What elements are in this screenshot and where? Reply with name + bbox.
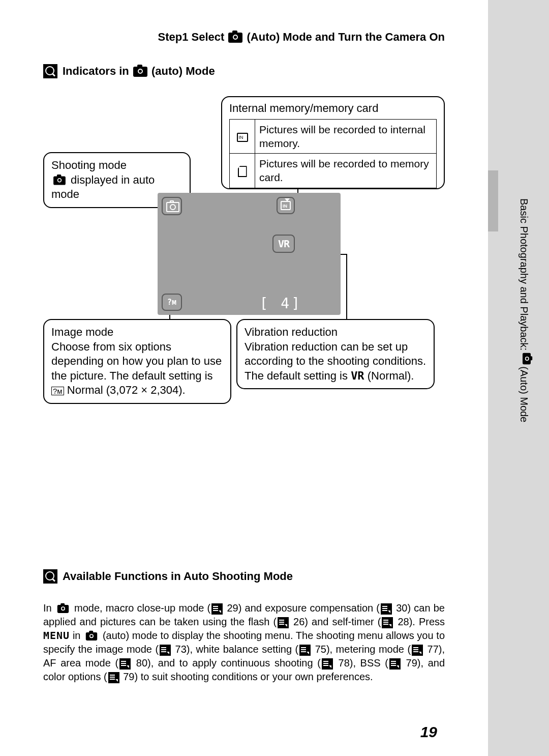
internal-memory-icon — [237, 133, 248, 142]
vibration-title: Vibration reduction — [245, 325, 426, 340]
indicators-diagram: Internal memory/memory card Pictures wil… — [43, 96, 445, 417]
camera-icon — [53, 176, 66, 185]
callout-memory: Internal memory/memory card Pictures wil… — [221, 96, 445, 189]
screen-vr-icon: VR — [272, 235, 295, 253]
camera-icon — [86, 632, 97, 641]
page-ref-icon — [211, 603, 223, 615]
image-mode-body: Choose from six options depending on how… — [51, 340, 222, 397]
screen-image-mode-icon: ?м — [162, 294, 182, 311]
page-ref-icon — [108, 672, 119, 683]
camera-screen: VR ?м [ 4] — [158, 193, 341, 315]
page-ref-icon — [412, 645, 423, 656]
shooting-mode-line2: displayed in auto mode — [51, 173, 155, 201]
magnifier-icon — [43, 64, 57, 78]
page-ref-icon — [381, 603, 392, 615]
page-ref-icon — [322, 658, 333, 670]
camera-icon — [228, 33, 242, 43]
page-ref-icon — [119, 658, 131, 670]
callout-image-mode: Image mode Choose from six options depen… — [43, 319, 231, 404]
camera-icon — [57, 605, 69, 613]
image-mode-title: Image mode — [51, 325, 223, 340]
memory-card-icon — [238, 166, 247, 177]
camera-icon — [523, 353, 531, 364]
screen-camera-icon — [162, 197, 182, 215]
page-ref-icon — [382, 617, 393, 628]
shooting-mode-title: Shooting mode — [51, 158, 182, 173]
callout-memory-title: Internal memory/memory card — [229, 101, 437, 116]
callout-vibration: Vibration reduction Vibration reduction … — [236, 319, 435, 389]
page-ref-icon — [389, 658, 401, 670]
screen-frame-count: [ 4] — [260, 295, 302, 312]
available-functions-body: In mode, macro close-up mode ( 29) and e… — [43, 601, 445, 684]
side-chapter-label: Basic Photography and Playback: (Auto) M… — [518, 198, 535, 483]
menu-text: MENU — [43, 629, 70, 642]
camera-icon — [133, 67, 147, 77]
page-title: Step1 Select (Auto) Mode and Turn the Ca… — [43, 31, 445, 44]
memory-row2-text: Pictures will be recorded to memory card… — [255, 154, 437, 188]
vibration-body: Vibration reduction can be set up accord… — [245, 340, 426, 382]
page-ref-icon — [278, 617, 289, 628]
page-number: 19 — [420, 723, 437, 741]
magnifier-icon — [43, 569, 57, 584]
screen-internal-memory-icon — [277, 197, 295, 214]
memory-row1-text: Pictures will be recorded to internal me… — [255, 119, 437, 154]
page-ref-icon — [160, 645, 171, 656]
section-indicators-title: Indicators in (auto) Mode — [43, 64, 445, 78]
page-ref-icon — [299, 645, 311, 656]
7m-icon: ?м — [51, 387, 64, 395]
vr-icon: VR — [351, 369, 364, 382]
section-available-functions-title: Available Functions in Auto Shooting Mod… — [43, 569, 445, 584]
